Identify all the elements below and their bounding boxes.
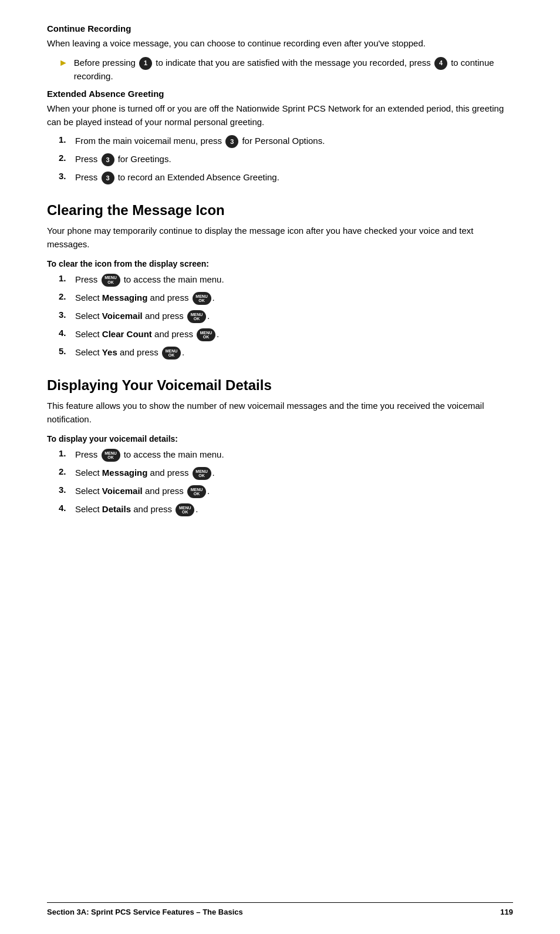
step-detail-2: 2. Select Messaging and press MENUOK. bbox=[59, 466, 513, 480]
step-clear-1: 1. Press MENUOK to access the main menu. bbox=[59, 273, 513, 287]
step-text: Press MENUOK to access the main menu. bbox=[75, 448, 224, 462]
menu-ok-badge: MENUOK bbox=[102, 449, 120, 462]
step-text: Press MENUOK to access the main menu. bbox=[75, 273, 224, 287]
footer-page-number: 119 bbox=[500, 908, 513, 916]
menu-ok-badge: MENUOK bbox=[162, 347, 181, 360]
step-clear-3: 3. Select Voicemail and press MENUOK. bbox=[59, 310, 513, 323]
sub-instruction-display: To display your voicemail details: bbox=[47, 434, 513, 444]
key-3-badge: 3 bbox=[102, 172, 114, 184]
heading-voicemail-details: Displaying Your Voicemail Details bbox=[47, 377, 513, 394]
menu-ok-badge: MENUOK bbox=[193, 467, 211, 480]
step-text: Select Messaging and press MENUOK. bbox=[75, 466, 215, 480]
menu-ok-badge: MENUOK bbox=[197, 328, 215, 341]
bullet-continue-recording: ► Before pressing 1 to indicate that you… bbox=[59, 56, 513, 83]
heading-extended-absence: Extended Absence Greeting bbox=[47, 89, 513, 99]
step-extended-1: 1. From the main voicemail menu, press 3… bbox=[59, 135, 513, 148]
heading-clearing-icon: Clearing the Message Icon bbox=[47, 202, 513, 219]
step-text: Select Details and press MENUOK. bbox=[75, 503, 198, 516]
steps-clearing-icon: 1. Press MENUOK to access the main menu.… bbox=[59, 273, 513, 360]
body-clearing-icon: Your phone may temporarily continue to d… bbox=[47, 224, 513, 251]
step-num: 3. bbox=[59, 171, 72, 181]
step-detail-4: 4. Select Details and press MENUOK. bbox=[59, 503, 513, 516]
step-detail-3: 3. Select Voicemail and press MENUOK. bbox=[59, 485, 513, 498]
key-3-badge: 3 bbox=[225, 135, 238, 148]
body-voicemail-details: This feature allows you to show the numb… bbox=[47, 399, 513, 426]
footer-left-text: Section 3A: Sprint PCS Service Features … bbox=[47, 908, 243, 916]
step-num: 1. bbox=[59, 135, 72, 145]
step-clear-4: 4. Select Clear Count and press MENUOK. bbox=[59, 328, 513, 341]
section-extended-absence: Extended Absence Greeting When your phon… bbox=[47, 89, 513, 184]
step-extended-2: 2. Press 3 for Greetings. bbox=[59, 153, 513, 166]
arrow-icon: ► bbox=[59, 58, 68, 68]
step-clear-2: 2. Select Messaging and press MENUOK. bbox=[59, 291, 513, 305]
body-continue-recording: When leaving a voice message, you can ch… bbox=[47, 37, 513, 51]
step-num: 3. bbox=[59, 485, 72, 495]
step-detail-1: 1. Press MENUOK to access the main menu. bbox=[59, 448, 513, 462]
key-1-badge: 1 bbox=[139, 57, 152, 70]
step-text: Select Yes and press MENUOK. bbox=[75, 346, 184, 360]
step-num: 3. bbox=[59, 310, 72, 320]
body-extended-absence: When your phone is turned off or you are… bbox=[47, 102, 513, 129]
menu-ok-badge: MENUOK bbox=[187, 310, 206, 323]
key-4-badge: 4 bbox=[434, 57, 447, 70]
section-voicemail-details: Displaying Your Voicemail Details This f… bbox=[47, 377, 513, 516]
key-3-badge: 3 bbox=[102, 153, 114, 166]
step-text: Select Clear Count and press MENUOK. bbox=[75, 328, 219, 341]
step-text: Select Messaging and press MENUOK. bbox=[75, 291, 215, 305]
step-num: 2. bbox=[59, 153, 72, 163]
section-clearing-icon: Clearing the Message Icon Your phone may… bbox=[47, 202, 513, 360]
step-clear-5: 5. Select Yes and press MENUOK. bbox=[59, 346, 513, 360]
step-num: 4. bbox=[59, 328, 72, 338]
step-extended-3: 3. Press 3 to record an Extended Absence… bbox=[59, 171, 513, 184]
menu-ok-badge: MENUOK bbox=[102, 274, 120, 287]
heading-continue-recording: Continue Recording bbox=[47, 23, 513, 33]
section-continue-recording: Continue Recording When leaving a voice … bbox=[47, 23, 513, 83]
step-text: Press 3 to record an Extended Absence Gr… bbox=[75, 171, 279, 184]
menu-ok-badge: MENUOK bbox=[187, 485, 206, 498]
step-num: 1. bbox=[59, 273, 72, 283]
page-footer: Section 3A: Sprint PCS Service Features … bbox=[47, 902, 513, 916]
menu-ok-badge: MENUOK bbox=[193, 292, 211, 305]
step-text: Select Voicemail and press MENUOK. bbox=[75, 485, 210, 498]
step-num: 4. bbox=[59, 503, 72, 513]
menu-ok-badge: MENUOK bbox=[176, 503, 194, 516]
step-num: 5. bbox=[59, 346, 72, 356]
step-num: 2. bbox=[59, 291, 72, 301]
step-text: Press 3 for Greetings. bbox=[75, 153, 171, 166]
sub-instruction-clear: To clear the icon from the display scree… bbox=[47, 259, 513, 268]
step-num: 1. bbox=[59, 448, 72, 458]
steps-voicemail-details: 1. Press MENUOK to access the main menu.… bbox=[59, 448, 513, 516]
step-num: 2. bbox=[59, 466, 72, 476]
step-text: Select Voicemail and press MENUOK. bbox=[75, 310, 210, 323]
page-content: Continue Recording When leaving a voice … bbox=[0, 0, 560, 556]
bullet-text: Before pressing 1 to indicate that you a… bbox=[74, 56, 513, 83]
steps-extended-absence: 1. From the main voicemail menu, press 3… bbox=[59, 135, 513, 184]
step-text: From the main voicemail menu, press 3 fo… bbox=[75, 135, 325, 148]
